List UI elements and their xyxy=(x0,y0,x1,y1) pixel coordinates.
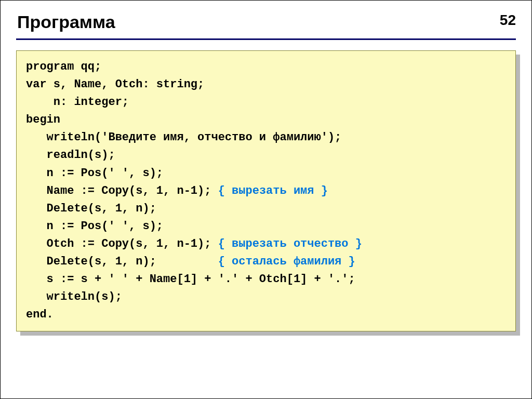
code-line: Name := Copy(s, 1, n-1); { вырезать имя … xyxy=(26,182,506,200)
code-line: n: integer; xyxy=(26,94,506,111)
code-line: writeln(s); xyxy=(26,288,506,306)
code-line: end. xyxy=(26,306,506,324)
code-line: s := s + ' ' + Name[1] + '.' + Otch[1] +… xyxy=(26,271,506,288)
code-line: var s, Name, Otch: string; xyxy=(26,76,506,94)
code-line: readln(s); xyxy=(26,147,506,164)
page-number: 52 xyxy=(500,12,516,29)
code-line: begin xyxy=(26,111,506,129)
code-line: program qq; xyxy=(26,58,506,76)
code-block-wrapper: program qq; var s, Name, Otch: string; n… xyxy=(16,50,516,331)
code-line: n := Pos(' ', s); xyxy=(26,218,506,235)
code-line: Delete(s, 1, n); xyxy=(26,200,506,218)
code-line: Delete(s, 1, n); { осталась фамилия } xyxy=(26,253,506,271)
code-line: Otch := Copy(s, 1, n-1); { вырезать отче… xyxy=(26,235,506,253)
code-block: program qq; var s, Name, Otch: string; n… xyxy=(16,50,516,331)
header-divider xyxy=(16,38,516,40)
slide-title: Программа xyxy=(17,12,115,32)
code-line: writeln('Введите имя, отчество и фамилию… xyxy=(26,129,506,147)
code-line: n := Pos(' ', s); xyxy=(26,165,506,182)
slide-header: Программа 52 xyxy=(1,1,531,38)
